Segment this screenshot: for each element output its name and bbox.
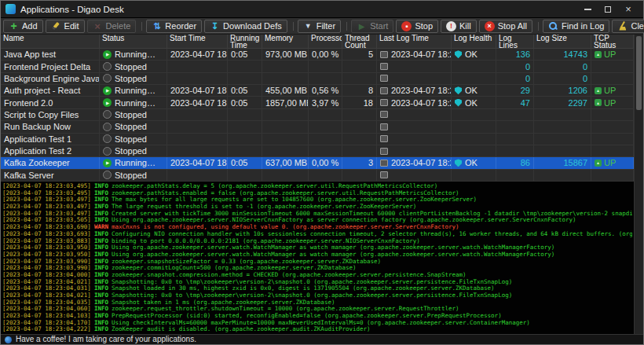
log-size-value: 15867 xyxy=(534,157,591,168)
minimize-button[interactable] xyxy=(577,2,598,17)
scrollbar-thumb[interactable] xyxy=(636,36,642,110)
column-header[interactable]: Name xyxy=(1,35,100,49)
maximize-button[interactable] xyxy=(598,2,618,17)
log-level: INFO xyxy=(94,320,108,326)
column-header[interactable]: Thread Count xyxy=(342,35,377,49)
tcp-status-cell xyxy=(591,73,634,84)
log-file-icon xyxy=(380,160,388,167)
column-header[interactable]: Status xyxy=(100,35,167,49)
toolbar-button-label: Reorder xyxy=(165,21,196,31)
toolbar-button-label: Download Defs xyxy=(223,21,282,31)
table-row[interactable]: Background Engine Java 11 Stopped xyxy=(1,73,634,85)
log-timestamp: [2023-04-07 18:23:04,021] xyxy=(2,292,91,299)
last-log-time-cell: 2023-04-07 18:23:27 xyxy=(377,97,452,108)
column-header[interactable]: Memory xyxy=(262,35,309,49)
column-header[interactable]: Log Size xyxy=(534,35,591,49)
log-message: zookeeper.commitLogCount=500 (org.apache… xyxy=(112,265,357,271)
table-row[interactable]: Frontend 2.0 Running… 2023-04-07 18:22:4… xyxy=(1,97,634,108)
table-row[interactable]: Kafka Zookeeper Running… 2023-04-07 18:2… xyxy=(1,157,634,169)
kill-icon xyxy=(446,21,456,31)
app-name: Kafka Zookeeper xyxy=(1,157,100,168)
last-log-time-cell xyxy=(377,145,452,156)
log-output[interactable]: [2023-04-07 18:23:03,495]INFOzookeeper.p… xyxy=(1,182,634,334)
log-size-value: 1206 xyxy=(534,85,591,96)
status-icon xyxy=(103,86,112,95)
table-row[interactable]: Application Test 2 Stopped xyxy=(1,145,634,157)
status-icon xyxy=(103,123,112,131)
log-size-value: 2297 xyxy=(534,97,591,108)
processor-value xyxy=(309,121,342,132)
reorder-button[interactable]: Reorder xyxy=(146,20,202,33)
find-in-log-button[interactable]: Find in Log xyxy=(543,20,609,33)
download-defs-button[interactable]: Download Defs xyxy=(204,20,287,33)
app-name: Java App test xyxy=(1,49,100,60)
log-size-value xyxy=(534,109,591,120)
column-header[interactable]: TCP Status xyxy=(591,35,634,49)
toolbar: Add Edit Delete Reorder Download Defs Fi… xyxy=(1,18,643,35)
app-window: Applications - Digao Desk × Add Edit Del… xyxy=(0,0,644,345)
main-area: Name Status Start Time Running Time Memo… xyxy=(1,35,643,334)
log-file-icon xyxy=(380,111,388,118)
column-header-label: Running Time xyxy=(230,35,259,49)
log-message: ZooKeeper audit is disabled. (org.apache… xyxy=(112,326,371,332)
processor-value: 3,97 % xyxy=(309,97,342,108)
clear-log-button[interactable]: Clear Log xyxy=(612,20,644,33)
stop-button[interactable]: Stop xyxy=(396,20,438,33)
start-time: 2023-04-07 18:22:44 xyxy=(167,85,228,96)
column-header-label: Memory xyxy=(265,35,306,42)
column-header[interactable]: Processor xyxy=(309,35,342,49)
last-log-time-cell xyxy=(377,109,452,120)
close-button[interactable]: × xyxy=(618,2,639,17)
log-line: [2023-04-07 18:23:04,170]INFOUsing check… xyxy=(2,320,632,327)
log-lines-count: 86 xyxy=(496,157,534,168)
column-header[interactable]: Start Time xyxy=(167,35,228,49)
log-line: [2023-04-07 18:23:03,950]INFOUsing org.a… xyxy=(2,244,632,251)
table-row[interactable]: Application Test 1 Stopped xyxy=(1,134,634,145)
log-message: maxCnxns is not configured, using defaul… xyxy=(112,224,459,230)
tcp-status-cell: UP xyxy=(591,85,634,96)
start-time xyxy=(167,73,228,84)
column-header[interactable]: Log Lines xyxy=(496,35,534,49)
processor-value xyxy=(309,73,342,84)
column-header[interactable]: Log Health xyxy=(452,35,496,49)
add-button[interactable]: Add xyxy=(3,20,43,33)
app-status-cell: Stopped xyxy=(100,73,167,84)
edit-button[interactable]: Edit xyxy=(46,20,85,33)
table-row[interactable]: Script to Copy Files Stopped xyxy=(1,109,634,121)
log-line: [2023-04-07 18:23:04,031]INFOSnapshot lo… xyxy=(2,285,632,292)
table-row[interactable]: Frontend Project Delta Stopped xyxy=(1,61,634,72)
stop-all-button[interactable]: Stop All xyxy=(479,20,532,33)
status-label: Stopped xyxy=(115,110,147,119)
table-row[interactable]: Run Backup Now Stopped xyxy=(1,121,634,133)
start-time xyxy=(167,170,228,181)
app-name: Script to Copy Files xyxy=(1,109,100,120)
processor-value xyxy=(309,134,342,145)
running-time: 0:05 xyxy=(228,97,262,108)
start-button[interactable]: Start xyxy=(351,20,393,33)
vertical-scrollbar[interactable] xyxy=(634,35,643,334)
app-name: Auth project - React xyxy=(1,85,100,96)
toolbar-button-label: Filter xyxy=(317,21,335,31)
log-level: INFO xyxy=(94,292,108,299)
table-row[interactable]: Java App test Running… 2023-04-07 18:22:… xyxy=(1,49,634,61)
log-message: Using org.apache.zookeeper.server.watch.… xyxy=(112,251,554,258)
last-log-time-cell xyxy=(377,170,452,181)
app-status-cell: Stopped xyxy=(100,170,167,181)
shield-icon xyxy=(455,50,462,58)
log-message: PrepRequestProcessor (sid:0) started, re… xyxy=(112,313,502,319)
filter-button[interactable]: Filter xyxy=(298,20,341,33)
app-status-cell: Stopped xyxy=(100,145,167,156)
column-header[interactable]: Last Log Time xyxy=(377,35,452,49)
table-row[interactable]: Kafka Server Stopped xyxy=(1,170,634,182)
kill-button[interactable]: Kill xyxy=(441,20,477,33)
column-header[interactable]: Running Time xyxy=(228,35,262,49)
log-file-icon xyxy=(380,135,388,142)
log-health-cell xyxy=(452,145,496,156)
toolbar-button-label: Find in Log xyxy=(562,21,604,31)
table-row[interactable]: Auth project - React Running… 2023-04-07… xyxy=(1,85,634,97)
log-health-label: OK xyxy=(465,98,478,108)
delete-button[interactable]: Delete xyxy=(87,20,137,33)
shield-icon xyxy=(455,86,462,94)
column-header-label: Status xyxy=(102,35,164,42)
log-timestamp: [2023-04-07 18:23:04,021] xyxy=(2,279,91,285)
